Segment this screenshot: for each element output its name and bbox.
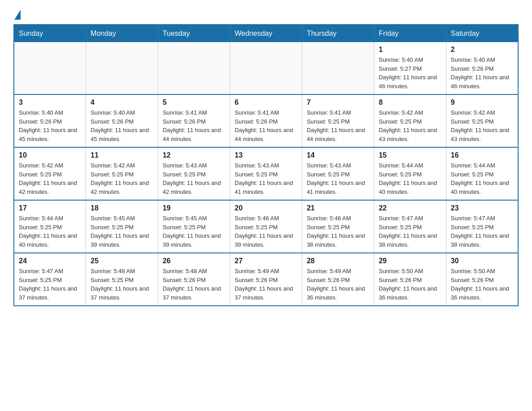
day-number: 8 [379,98,442,107]
calendar-cell: 11Sunrise: 5:42 AM Sunset: 5:25 PM Dayli… [86,147,158,200]
calendar-cell: 18Sunrise: 5:45 AM Sunset: 5:25 PM Dayli… [86,200,158,253]
day-number: 28 [307,257,369,265]
day-info: Sunrise: 5:47 AM Sunset: 5:25 PM Dayligh… [451,214,513,249]
calendar-header-saturday: Saturday [446,25,518,42]
calendar-cell: 3Sunrise: 5:40 AM Sunset: 5:26 PM Daylig… [14,94,86,147]
day-number: 19 [163,204,225,212]
calendar-cell: 12Sunrise: 5:43 AM Sunset: 5:25 PM Dayli… [158,147,230,200]
day-info: Sunrise: 5:48 AM Sunset: 5:26 PM Dayligh… [163,267,225,302]
day-number: 6 [235,98,297,107]
calendar-cell: 16Sunrise: 5:44 AM Sunset: 5:25 PM Dayli… [446,147,518,200]
day-number: 25 [90,257,153,265]
calendar-cell: 26Sunrise: 5:48 AM Sunset: 5:26 PM Dayli… [158,253,230,306]
day-info: Sunrise: 5:42 AM Sunset: 5:25 PM Dayligh… [451,108,513,143]
day-info: Sunrise: 5:46 AM Sunset: 5:25 PM Dayligh… [307,214,369,249]
calendar-cell: 15Sunrise: 5:44 AM Sunset: 5:25 PM Dayli… [374,147,446,200]
day-info: Sunrise: 5:49 AM Sunset: 5:26 PM Dayligh… [307,267,369,302]
day-number: 9 [451,98,513,107]
day-number: 18 [90,204,153,212]
calendar-cell: 21Sunrise: 5:46 AM Sunset: 5:25 PM Dayli… [302,200,374,253]
day-number: 1 [379,46,442,54]
calendar-cell: 14Sunrise: 5:43 AM Sunset: 5:25 PM Dayli… [302,147,374,200]
calendar-cell [158,42,230,94]
day-info: Sunrise: 5:40 AM Sunset: 5:26 PM Dayligh… [19,108,81,143]
day-number: 26 [163,257,225,265]
day-number: 14 [307,151,369,159]
calendar-week-4: 17Sunrise: 5:44 AM Sunset: 5:25 PM Dayli… [14,200,518,253]
calendar-cell: 19Sunrise: 5:45 AM Sunset: 5:25 PM Dayli… [158,200,230,253]
day-number: 12 [163,151,225,159]
day-number: 30 [451,257,513,265]
calendar-header-friday: Friday [374,25,446,42]
calendar-header-thursday: Thursday [302,25,374,42]
day-number: 2 [451,46,513,54]
day-number: 7 [307,98,369,107]
calendar-cell: 8Sunrise: 5:42 AM Sunset: 5:25 PM Daylig… [374,94,446,147]
calendar-cell: 30Sunrise: 5:50 AM Sunset: 5:26 PM Dayli… [446,253,518,306]
calendar-cell [86,42,158,94]
calendar-week-1: 1Sunrise: 5:40 AM Sunset: 5:27 PM Daylig… [14,42,518,94]
calendar-cell: 9Sunrise: 5:42 AM Sunset: 5:25 PM Daylig… [446,94,518,147]
calendar-header-sunday: Sunday [14,25,86,42]
calendar-week-5: 24Sunrise: 5:47 AM Sunset: 5:25 PM Dayli… [14,253,518,306]
calendar-header-tuesday: Tuesday [158,25,230,42]
calendar-header-monday: Monday [86,25,158,42]
calendar-cell [14,42,86,94]
day-info: Sunrise: 5:42 AM Sunset: 5:25 PM Dayligh… [90,161,153,196]
day-number: 10 [19,151,81,159]
day-number: 3 [19,98,81,107]
day-number: 21 [307,204,369,212]
day-info: Sunrise: 5:43 AM Sunset: 5:25 PM Dayligh… [163,161,225,196]
calendar-cell: 25Sunrise: 5:48 AM Sunset: 5:25 PM Dayli… [86,253,158,306]
calendar-header-row: SundayMondayTuesdayWednesdayThursdayFrid… [14,25,518,42]
calendar-cell: 22Sunrise: 5:47 AM Sunset: 5:25 PM Dayli… [374,200,446,253]
logo [13,9,21,17]
calendar-cell: 4Sunrise: 5:40 AM Sunset: 5:26 PM Daylig… [86,94,158,147]
day-info: Sunrise: 5:46 AM Sunset: 5:25 PM Dayligh… [235,214,297,249]
calendar-cell [302,42,374,94]
day-info: Sunrise: 5:44 AM Sunset: 5:25 PM Dayligh… [379,161,442,196]
day-info: Sunrise: 5:45 AM Sunset: 5:25 PM Dayligh… [163,214,225,249]
day-number: 22 [379,204,442,212]
day-number: 4 [90,98,153,107]
calendar-cell: 10Sunrise: 5:42 AM Sunset: 5:25 PM Dayli… [14,147,86,200]
day-number: 17 [19,204,81,212]
calendar-week-2: 3Sunrise: 5:40 AM Sunset: 5:26 PM Daylig… [14,94,518,147]
day-info: Sunrise: 5:50 AM Sunset: 5:26 PM Dayligh… [379,267,442,302]
day-number: 16 [451,151,513,159]
day-info: Sunrise: 5:47 AM Sunset: 5:25 PM Dayligh… [379,214,442,249]
header [13,9,519,17]
day-info: Sunrise: 5:42 AM Sunset: 5:25 PM Dayligh… [379,108,442,143]
day-info: Sunrise: 5:40 AM Sunset: 5:27 PM Dayligh… [379,56,442,90]
day-info: Sunrise: 5:49 AM Sunset: 5:26 PM Dayligh… [235,267,297,302]
day-number: 11 [90,151,153,159]
day-info: Sunrise: 5:41 AM Sunset: 5:26 PM Dayligh… [163,108,225,143]
calendar-table: SundayMondayTuesdayWednesdayThursdayFrid… [13,24,519,306]
day-info: Sunrise: 5:48 AM Sunset: 5:25 PM Dayligh… [90,267,153,302]
calendar-cell: 28Sunrise: 5:49 AM Sunset: 5:26 PM Dayli… [302,253,374,306]
day-number: 23 [451,204,513,212]
calendar-cell: 20Sunrise: 5:46 AM Sunset: 5:25 PM Dayli… [230,200,302,253]
day-info: Sunrise: 5:40 AM Sunset: 5:26 PM Dayligh… [451,56,513,90]
calendar-cell: 7Sunrise: 5:41 AM Sunset: 5:25 PM Daylig… [302,94,374,147]
calendar-header-wednesday: Wednesday [230,25,302,42]
day-info: Sunrise: 5:42 AM Sunset: 5:25 PM Dayligh… [19,161,81,196]
day-info: Sunrise: 5:43 AM Sunset: 5:25 PM Dayligh… [235,161,297,196]
day-info: Sunrise: 5:45 AM Sunset: 5:25 PM Dayligh… [90,214,153,249]
calendar-cell: 1Sunrise: 5:40 AM Sunset: 5:27 PM Daylig… [374,42,446,94]
calendar-cell: 17Sunrise: 5:44 AM Sunset: 5:25 PM Dayli… [14,200,86,253]
day-info: Sunrise: 5:44 AM Sunset: 5:25 PM Dayligh… [451,161,513,196]
day-info: Sunrise: 5:41 AM Sunset: 5:25 PM Dayligh… [307,108,369,143]
calendar-cell: 6Sunrise: 5:41 AM Sunset: 5:26 PM Daylig… [230,94,302,147]
calendar-cell: 5Sunrise: 5:41 AM Sunset: 5:26 PM Daylig… [158,94,230,147]
day-number: 27 [235,257,297,265]
day-info: Sunrise: 5:47 AM Sunset: 5:25 PM Dayligh… [19,267,81,302]
day-number: 5 [163,98,225,107]
calendar-week-3: 10Sunrise: 5:42 AM Sunset: 5:25 PM Dayli… [14,147,518,200]
logo-general-text [13,9,21,19]
day-number: 15 [379,151,442,159]
calendar-cell: 29Sunrise: 5:50 AM Sunset: 5:26 PM Dayli… [374,253,446,306]
day-info: Sunrise: 5:44 AM Sunset: 5:25 PM Dayligh… [19,214,81,249]
calendar-cell: 13Sunrise: 5:43 AM Sunset: 5:25 PM Dayli… [230,147,302,200]
calendar-cell: 24Sunrise: 5:47 AM Sunset: 5:25 PM Dayli… [14,253,86,306]
